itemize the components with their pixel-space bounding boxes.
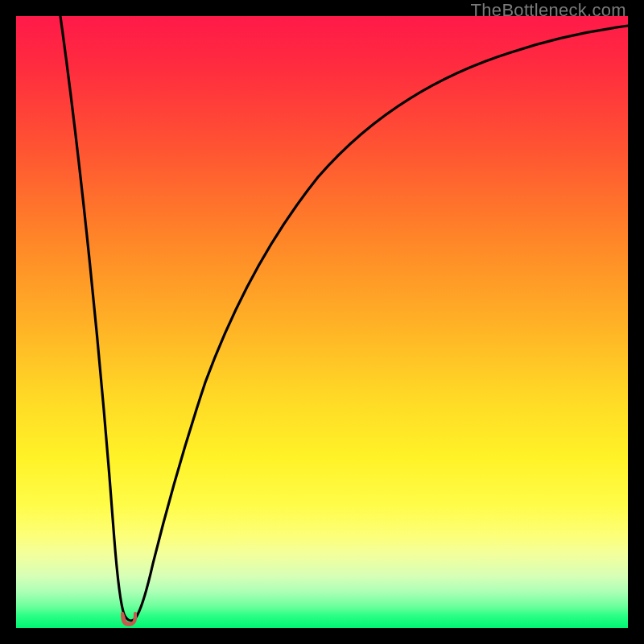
plot-area [16, 16, 628, 628]
watermark-text: TheBottleneck.com [471, 0, 626, 21]
trough-marker [122, 613, 135, 625]
chart-frame: TheBottleneck.com [0, 0, 644, 644]
bottleneck-curve [16, 16, 628, 628]
curve-path [60, 16, 628, 621]
